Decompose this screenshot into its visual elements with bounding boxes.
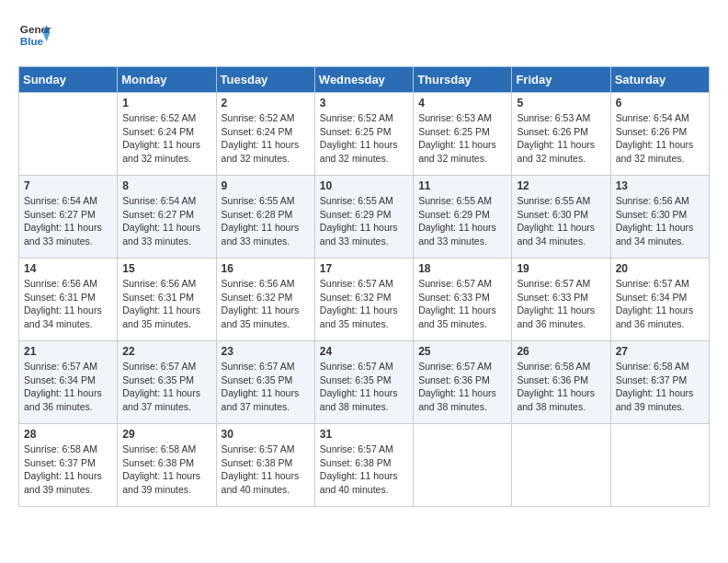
svg-marker-3 — [43, 33, 50, 41]
column-header-wednesday: Wednesday — [314, 67, 413, 93]
calendar-cell: 16Sunrise: 6:56 AM Sunset: 6:32 PM Dayli… — [216, 259, 314, 341]
day-number: 26 — [517, 345, 605, 358]
page-header: General Blue — [18, 18, 710, 52]
day-number: 15 — [122, 262, 210, 275]
day-number: 21 — [24, 345, 112, 358]
calendar-cell: 2Sunrise: 6:52 AM Sunset: 6:24 PM Daylig… — [216, 93, 314, 176]
day-info: Sunrise: 6:56 AM Sunset: 6:31 PM Dayligh… — [24, 277, 112, 331]
day-number: 28 — [24, 428, 112, 441]
day-number: 10 — [320, 179, 408, 192]
calendar-cell: 31Sunrise: 6:57 AM Sunset: 6:38 PM Dayli… — [314, 424, 413, 507]
calendar-cell: 12Sunrise: 6:55 AM Sunset: 6:30 PM Dayli… — [512, 176, 610, 259]
calendar-cell: 7Sunrise: 6:54 AM Sunset: 6:27 PM Daylig… — [19, 176, 118, 259]
day-info: Sunrise: 6:58 AM Sunset: 6:36 PM Dayligh… — [517, 360, 605, 414]
day-info: Sunrise: 6:58 AM Sunset: 6:37 PM Dayligh… — [24, 442, 112, 497]
day-number: 17 — [320, 262, 408, 275]
day-number: 12 — [517, 179, 605, 192]
calendar-cell: 19Sunrise: 6:57 AM Sunset: 6:33 PM Dayli… — [512, 259, 610, 341]
day-info: Sunrise: 6:53 AM Sunset: 6:26 PM Dayligh… — [517, 111, 605, 166]
day-info: Sunrise: 6:54 AM Sunset: 6:27 PM Dayligh… — [122, 194, 210, 248]
calendar-cell: 18Sunrise: 6:57 AM Sunset: 6:33 PM Dayli… — [414, 259, 512, 341]
calendar-cell: 4Sunrise: 6:53 AM Sunset: 6:25 PM Daylig… — [414, 93, 512, 176]
day-info: Sunrise: 6:55 AM Sunset: 6:29 PM Dayligh… — [320, 194, 408, 248]
calendar-week-1: 1Sunrise: 6:52 AM Sunset: 6:24 PM Daylig… — [19, 93, 710, 176]
calendar-cell: 23Sunrise: 6:57 AM Sunset: 6:35 PM Dayli… — [216, 341, 314, 424]
calendar-cell: 1Sunrise: 6:52 AM Sunset: 6:24 PM Daylig… — [118, 93, 216, 176]
day-info: Sunrise: 6:53 AM Sunset: 6:25 PM Dayligh… — [418, 111, 506, 166]
calendar-week-3: 14Sunrise: 6:56 AM Sunset: 6:31 PM Dayli… — [19, 259, 710, 341]
calendar-cell: 24Sunrise: 6:57 AM Sunset: 6:35 PM Dayli… — [314, 341, 413, 424]
day-number: 18 — [418, 262, 506, 275]
column-header-sunday: Sunday — [19, 67, 118, 93]
day-info: Sunrise: 6:57 AM Sunset: 6:35 PM Dayligh… — [222, 360, 310, 414]
svg-text:Blue: Blue — [20, 35, 44, 47]
day-info: Sunrise: 6:57 AM Sunset: 6:32 PM Dayligh… — [320, 277, 408, 331]
day-number: 19 — [517, 262, 605, 275]
calendar-cell: 27Sunrise: 6:58 AM Sunset: 6:37 PM Dayli… — [610, 341, 709, 424]
logo: General Blue — [18, 18, 55, 52]
day-number: 23 — [222, 345, 310, 358]
column-header-friday: Friday — [512, 67, 610, 93]
calendar-cell: 20Sunrise: 6:57 AM Sunset: 6:34 PM Dayli… — [610, 259, 709, 341]
day-number: 31 — [320, 428, 408, 441]
calendar-week-5: 28Sunrise: 6:58 AM Sunset: 6:37 PM Dayli… — [19, 424, 710, 507]
calendar-cell: 6Sunrise: 6:54 AM Sunset: 6:26 PM Daylig… — [610, 93, 709, 176]
day-info: Sunrise: 6:52 AM Sunset: 6:25 PM Dayligh… — [320, 111, 408, 166]
day-number: 6 — [616, 97, 704, 109]
day-number: 27 — [616, 345, 704, 358]
day-info: Sunrise: 6:57 AM Sunset: 6:34 PM Dayligh… — [24, 360, 112, 414]
day-number: 24 — [320, 345, 408, 358]
calendar-cell: 14Sunrise: 6:56 AM Sunset: 6:31 PM Dayli… — [19, 259, 118, 341]
day-number: 29 — [122, 428, 210, 441]
day-info: Sunrise: 6:56 AM Sunset: 6:30 PM Dayligh… — [616, 194, 704, 248]
logo-icon: General Blue — [18, 18, 51, 52]
calendar-header: SundayMondayTuesdayWednesdayThursdayFrid… — [19, 67, 710, 93]
day-number: 20 — [616, 262, 704, 275]
calendar-cell: 13Sunrise: 6:56 AM Sunset: 6:30 PM Dayli… — [610, 176, 709, 259]
day-info: Sunrise: 6:55 AM Sunset: 6:28 PM Dayligh… — [222, 194, 310, 248]
day-info: Sunrise: 6:57 AM Sunset: 6:38 PM Dayligh… — [320, 442, 408, 497]
column-header-monday: Monday — [118, 67, 216, 93]
day-number: 3 — [320, 97, 408, 109]
column-header-tuesday: Tuesday — [216, 67, 314, 93]
column-header-thursday: Thursday — [414, 67, 512, 93]
calendar-cell: 3Sunrise: 6:52 AM Sunset: 6:25 PM Daylig… — [314, 93, 413, 176]
day-number: 7 — [24, 179, 112, 192]
day-info: Sunrise: 6:57 AM Sunset: 6:33 PM Dayligh… — [517, 277, 605, 331]
day-info: Sunrise: 6:52 AM Sunset: 6:24 PM Dayligh… — [122, 111, 210, 166]
calendar-cell: 22Sunrise: 6:57 AM Sunset: 6:35 PM Dayli… — [118, 341, 216, 424]
day-number: 5 — [517, 97, 605, 109]
day-number: 8 — [122, 179, 210, 192]
calendar-cell — [414, 424, 512, 507]
calendar-cell: 28Sunrise: 6:58 AM Sunset: 6:37 PM Dayli… — [19, 424, 118, 507]
day-info: Sunrise: 6:57 AM Sunset: 6:38 PM Dayligh… — [222, 442, 310, 497]
calendar-cell: 8Sunrise: 6:54 AM Sunset: 6:27 PM Daylig… — [118, 176, 216, 259]
day-number: 30 — [222, 428, 310, 441]
day-number: 25 — [418, 345, 506, 358]
day-number: 4 — [418, 97, 506, 109]
day-info: Sunrise: 6:57 AM Sunset: 6:34 PM Dayligh… — [616, 277, 704, 331]
day-info: Sunrise: 6:57 AM Sunset: 6:35 PM Dayligh… — [320, 360, 408, 414]
day-info: Sunrise: 6:54 AM Sunset: 6:26 PM Dayligh… — [616, 111, 704, 166]
calendar-cell: 5Sunrise: 6:53 AM Sunset: 6:26 PM Daylig… — [512, 93, 610, 176]
day-info: Sunrise: 6:55 AM Sunset: 6:30 PM Dayligh… — [517, 194, 605, 248]
calendar-cell: 9Sunrise: 6:55 AM Sunset: 6:28 PM Daylig… — [216, 176, 314, 259]
calendar-week-4: 21Sunrise: 6:57 AM Sunset: 6:34 PM Dayli… — [19, 341, 710, 424]
day-info: Sunrise: 6:54 AM Sunset: 6:27 PM Dayligh… — [24, 194, 112, 248]
calendar-cell — [19, 93, 118, 176]
calendar-cell: 21Sunrise: 6:57 AM Sunset: 6:34 PM Dayli… — [19, 341, 118, 424]
calendar-cell: 10Sunrise: 6:55 AM Sunset: 6:29 PM Dayli… — [314, 176, 413, 259]
day-number: 14 — [24, 262, 112, 275]
day-info: Sunrise: 6:57 AM Sunset: 6:36 PM Dayligh… — [418, 360, 506, 414]
calendar-cell: 25Sunrise: 6:57 AM Sunset: 6:36 PM Dayli… — [414, 341, 512, 424]
day-info: Sunrise: 6:52 AM Sunset: 6:24 PM Dayligh… — [222, 111, 310, 166]
calendar-cell: 17Sunrise: 6:57 AM Sunset: 6:32 PM Dayli… — [314, 259, 413, 341]
calendar-table: SundayMondayTuesdayWednesdayThursdayFrid… — [18, 66, 710, 507]
day-info: Sunrise: 6:57 AM Sunset: 6:33 PM Dayligh… — [418, 277, 506, 331]
day-number: 1 — [122, 97, 210, 109]
day-info: Sunrise: 6:56 AM Sunset: 6:31 PM Dayligh… — [122, 277, 210, 331]
day-info: Sunrise: 6:58 AM Sunset: 6:38 PM Dayligh… — [122, 442, 210, 497]
day-number: 11 — [418, 179, 506, 192]
calendar-cell — [512, 424, 610, 507]
day-number: 13 — [616, 179, 704, 192]
